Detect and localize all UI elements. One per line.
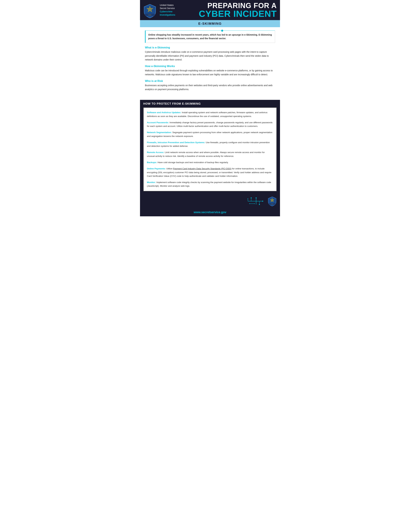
protect-item: Firewalls, Intrusion Prevention and Dete…: [147, 141, 273, 148]
svg-point-22: [272, 200, 273, 201]
what-is-body: Cybercriminals introduce malicious code …: [145, 50, 275, 62]
protect-item: Account Passwords: Immediately change fa…: [147, 121, 273, 128]
protect-box: Software and Antivirus Updates: Install …: [143, 107, 277, 191]
svg-point-11: [256, 197, 257, 198]
agency-line4: Investigations: [160, 13, 175, 17]
protect-item-label: Monitor:: [147, 181, 156, 184]
protect-item: Software and Antivirus Updates: Install …: [147, 111, 273, 118]
intro-text: Online shopping has steadily increased i…: [148, 33, 272, 40]
agency-info: United States Secret Service Cybercrime …: [160, 4, 175, 16]
agency-logo: U.S.S.S.: [143, 3, 157, 17]
protect-section: HOW TO PROTECT FROM E-SKIMMING Software …: [140, 100, 280, 194]
agency-line3: Cybercrime: [160, 10, 175, 13]
intro-box: Online shopping has steadily increased i…: [145, 30, 275, 43]
svg-text:U.S.S.S.: U.S.S.S.: [148, 15, 151, 15]
page-title-block: PREPARING FOR A CYBER INCIDENT: [179, 2, 277, 18]
footer-website: www.secretservice.gov: [194, 211, 226, 214]
protect-title: HOW TO PROTECT FROM E-SKIMMING: [143, 102, 277, 105]
svg-point-18: [248, 198, 248, 199]
protect-item: Backups: Have cold storage backups and t…: [147, 161, 273, 164]
bottom-decoration: U.S.S.S.: [140, 194, 280, 208]
svg-point-13: [262, 201, 263, 202]
who-at-risk-body: Businesses accepting online payments on …: [145, 83, 275, 91]
svg-point-12: [251, 197, 252, 198]
who-at-risk-section: Who is at Risk Businesses accepting onli…: [145, 80, 275, 91]
svg-point-3: [149, 9, 150, 10]
protect-item-label: Backups:: [147, 161, 157, 164]
protect-item-label: Software and Antivirus Updates:: [147, 111, 181, 114]
what-is-section: What is e-Skimming Cybercriminals introd…: [145, 46, 275, 62]
svg-point-16: [254, 203, 255, 204]
who-at-risk-title: Who is at Risk: [145, 80, 275, 83]
protect-item: Remote Access: Limit network remote acce…: [147, 150, 273, 158]
protect-item-label: Network Segmentation:: [147, 131, 172, 134]
page-footer: www.secretservice.gov: [140, 208, 280, 216]
how-works-body: Malicious code can be introduced through…: [145, 69, 275, 77]
protect-item: Monitor: Implement software code integri…: [147, 181, 273, 188]
title-line2: CYBER INCIDENT: [179, 9, 277, 18]
footer-shield-icon: U.S.S.S.: [268, 196, 277, 207]
protect-item-label: Firewalls, Intrusion Prevention and Dete…: [147, 141, 205, 144]
svg-point-15: [249, 203, 250, 204]
svg-point-14: [259, 204, 260, 205]
protect-item: Network Segmentation: Segregate payment …: [147, 131, 273, 138]
circuit-icon: [246, 196, 266, 206]
agency-line2: Secret Service: [160, 7, 175, 10]
svg-text:U.S.S.S.: U.S.S.S.: [271, 204, 273, 204]
agency-line1: United States: [160, 4, 175, 7]
protect-item: Online Payments: Utilize Payment Card In…: [147, 167, 273, 178]
protect-item-label: Online Payments:: [147, 167, 166, 170]
protect-wrapper: HOW TO PROTECT FROM E-SKIMMING Software …: [140, 100, 280, 208]
how-works-section: How e-Skimming Works Malicious code can …: [145, 65, 275, 77]
page-header: U.S.S.S. United States Secret Service Cy…: [140, 0, 280, 20]
what-is-title: What is e-Skimming: [145, 46, 275, 49]
main-content: Online shopping has steadily increased i…: [140, 27, 280, 96]
protect-item-label: Remote Access:: [147, 151, 164, 154]
protect-item-label: Account Passwords:: [147, 121, 169, 124]
section-heading: E-SKIMMING: [140, 20, 280, 27]
title-line1: PREPARING FOR A: [179, 2, 277, 9]
how-works-title: How e-Skimming Works: [145, 65, 275, 68]
